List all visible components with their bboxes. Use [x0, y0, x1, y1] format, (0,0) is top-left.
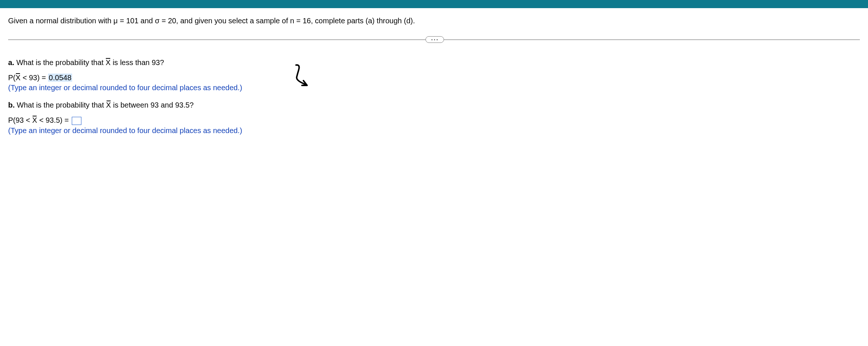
- part-a-answer: P(X < 93) = 0.0548: [8, 74, 860, 82]
- dot-icon: [434, 39, 435, 40]
- part-b-answer-input[interactable]: [72, 117, 81, 125]
- dot-icon: [437, 39, 438, 40]
- dot-icon: [431, 39, 433, 40]
- question-content: Given a normal distribution with μ = 101…: [0, 8, 868, 135]
- app-top-bar: [0, 0, 868, 8]
- part-a-answer-value: 0.0548: [48, 74, 72, 82]
- part-b-answer: P(93 < X < 93.5) =: [8, 116, 860, 125]
- answer-mid: < 93.5) =: [37, 116, 71, 124]
- part-b-question: b. What is the probability that X is bet…: [8, 101, 860, 109]
- part-a-question: a. What is the probability that X is les…: [8, 58, 860, 67]
- xbar-symbol: X: [105, 58, 110, 67]
- part-b-text-pre: What is the probability that: [15, 101, 106, 109]
- answer-mid: < 93) =: [20, 74, 48, 82]
- answer-pre: P(93 <: [8, 116, 32, 124]
- xbar-symbol: X: [106, 101, 111, 109]
- section-divider: [8, 36, 860, 43]
- part-b-text-post: is between 93 and 93.5?: [111, 101, 194, 109]
- part-b-label: b.: [8, 101, 15, 109]
- expand-button[interactable]: [425, 36, 444, 43]
- part-b-hint: (Type an integer or decimal rounded to f…: [8, 126, 860, 135]
- xbar-symbol: X: [32, 116, 37, 125]
- part-a-text-post: is less than 93?: [111, 58, 164, 67]
- xbar-symbol: X: [16, 74, 20, 82]
- problem-statement: Given a normal distribution with μ = 101…: [8, 16, 860, 26]
- part-a-hint: (Type an integer or decimal rounded to f…: [8, 84, 860, 92]
- answer-pre: P(: [8, 74, 16, 82]
- part-a-text-pre: What is the probability that: [14, 58, 106, 67]
- part-a-label: a.: [8, 58, 14, 67]
